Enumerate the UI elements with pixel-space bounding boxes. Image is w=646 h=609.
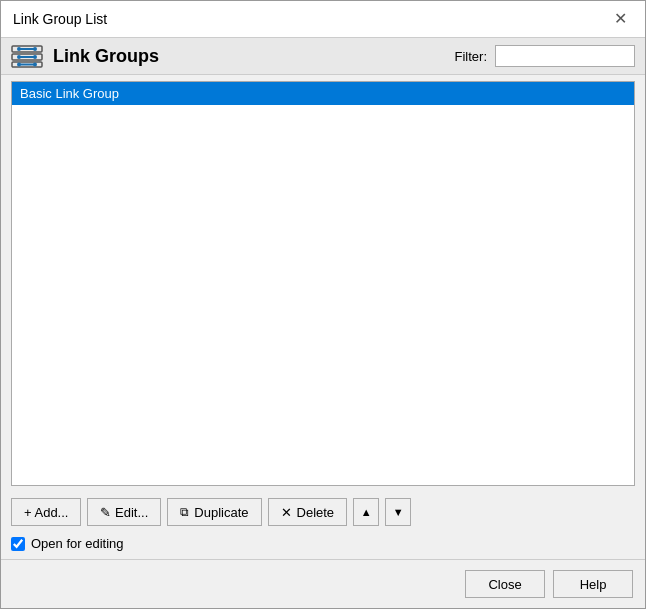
- duplicate-button[interactable]: ⧉ Duplicate: [167, 498, 261, 526]
- footer: Close Help: [1, 559, 645, 608]
- svg-point-3: [33, 47, 37, 51]
- delete-button[interactable]: ✕ Delete: [268, 498, 348, 526]
- svg-point-7: [33, 55, 37, 59]
- svg-point-10: [17, 63, 21, 67]
- dialog: Link Group List ✕ Link Groups: [0, 0, 646, 609]
- filter-label: Filter:: [455, 49, 488, 64]
- open-for-editing-checkbox[interactable]: [11, 537, 25, 551]
- link-groups-label: Link Groups: [53, 46, 159, 67]
- delete-label: Delete: [297, 505, 335, 520]
- delete-icon: ✕: [281, 505, 292, 520]
- link-groups-icon: [11, 44, 43, 68]
- move-up-button[interactable]: ▲: [353, 498, 379, 526]
- move-down-button[interactable]: ▼: [385, 498, 411, 526]
- svg-point-2: [17, 47, 21, 51]
- list-area[interactable]: Basic Link Group: [11, 81, 635, 486]
- duplicate-icon: ⧉: [180, 505, 189, 519]
- open-for-editing-label[interactable]: Open for editing: [31, 536, 124, 551]
- filter-section: Filter:: [455, 45, 636, 67]
- list-item[interactable]: Basic Link Group: [12, 82, 634, 105]
- dialog-title: Link Group List: [13, 11, 107, 27]
- toolbar-left: Link Groups: [11, 44, 159, 68]
- svg-point-6: [17, 55, 21, 59]
- add-button[interactable]: + Add...: [11, 498, 81, 526]
- help-button[interactable]: Help: [553, 570, 633, 598]
- checkbox-row: Open for editing: [1, 532, 645, 559]
- filter-input[interactable]: [495, 45, 635, 67]
- edit-button[interactable]: ✎ Edit...: [87, 498, 161, 526]
- action-buttons: + Add... ✎ Edit... ⧉ Duplicate ✕ Delete …: [1, 492, 645, 532]
- close-icon[interactable]: ✕: [608, 9, 633, 29]
- svg-point-11: [33, 63, 37, 67]
- title-bar: Link Group List ✕: [1, 1, 645, 38]
- duplicate-label: Duplicate: [194, 505, 248, 520]
- close-button[interactable]: Close: [465, 570, 545, 598]
- toolbar: Link Groups Filter:: [1, 38, 645, 75]
